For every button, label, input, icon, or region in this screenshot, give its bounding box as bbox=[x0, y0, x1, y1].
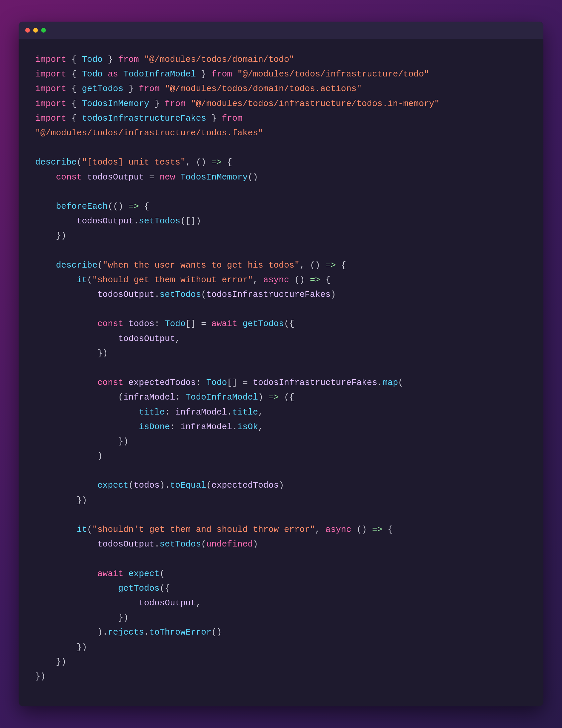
code-line-4: import { TodosInMemory } from "@/modules… bbox=[35, 96, 527, 111]
code-line-34: todosOutput.setTodos(undefined) bbox=[35, 537, 527, 551]
code-line-7 bbox=[35, 140, 527, 155]
code-line-8: describe("[todos] unit tests", () => { bbox=[35, 155, 527, 170]
code-line-18 bbox=[35, 302, 527, 316]
code-line-25: title: infraModel.title, bbox=[35, 405, 527, 420]
code-line-3: import { getTodos } from "@/modules/todo… bbox=[35, 81, 527, 96]
code-line-16: it("should get them without error", asyn… bbox=[35, 273, 527, 287]
code-line-42: }) bbox=[35, 655, 527, 669]
code-line-27: }) bbox=[35, 434, 527, 449]
code-line-23: const expectedTodos: Todo[] = todosInfra… bbox=[35, 375, 527, 390]
code-line-19: const todos: Todo[] = await getTodos({ bbox=[35, 316, 527, 331]
code-editor: import { Todo } from "@/modules/todos/do… bbox=[19, 39, 543, 697]
code-line-11: beforeEach(() => { bbox=[35, 199, 527, 214]
code-line-41: }) bbox=[35, 640, 527, 655]
code-line-29 bbox=[35, 463, 527, 478]
code-line-17: todosOutput.setTodos(todosInfrastructure… bbox=[35, 287, 527, 302]
code-line-21: }) bbox=[35, 346, 527, 361]
code-line-13: }) bbox=[35, 228, 527, 243]
close-button[interactable] bbox=[25, 28, 30, 33]
code-line-38: todosOutput, bbox=[35, 596, 527, 610]
code-line-12: todosOutput.setTodos([]) bbox=[35, 214, 527, 228]
code-line-20: todosOutput, bbox=[35, 331, 527, 346]
code-line-36: await expect( bbox=[35, 566, 527, 581]
code-line-39: }) bbox=[35, 610, 527, 625]
code-line-5: import { todosInfrastructureFakes } from bbox=[35, 111, 527, 126]
code-line-10 bbox=[35, 184, 527, 199]
code-line-1: import { Todo } from "@/modules/todos/do… bbox=[35, 52, 527, 67]
code-line-31: }) bbox=[35, 493, 527, 508]
editor-window: import { Todo } from "@/modules/todos/do… bbox=[19, 22, 543, 706]
titlebar bbox=[19, 22, 543, 39]
code-line-40: ).rejects.toThrowError() bbox=[35, 625, 527, 640]
code-line-14 bbox=[35, 243, 527, 258]
code-line-35 bbox=[35, 551, 527, 566]
code-line-32 bbox=[35, 508, 527, 522]
code-line-6: "@/modules/todos/infrastructure/todos.fa… bbox=[35, 126, 527, 140]
code-line-24: (infraModel: TodoInfraModel) => ({ bbox=[35, 390, 527, 405]
code-line-37: getTodos({ bbox=[35, 581, 527, 596]
code-line-30: expect(todos).toEqual(expectedTodos) bbox=[35, 478, 527, 493]
code-line-33: it("shouldn't get them and should throw … bbox=[35, 522, 527, 537]
code-line-2: import { Todo as TodoInfraModel } from "… bbox=[35, 67, 527, 81]
code-line-28: ) bbox=[35, 449, 527, 463]
code-line-15: describe("when the user wants to get his… bbox=[35, 258, 527, 273]
code-line-9: const todosOutput = new TodosInMemory() bbox=[35, 170, 527, 184]
code-line-43: }) bbox=[35, 669, 527, 684]
code-line-22 bbox=[35, 361, 527, 375]
minimize-button[interactable] bbox=[33, 28, 38, 33]
code-line-26: isDone: infraModel.isOk, bbox=[35, 420, 527, 434]
maximize-button[interactable] bbox=[41, 28, 46, 33]
